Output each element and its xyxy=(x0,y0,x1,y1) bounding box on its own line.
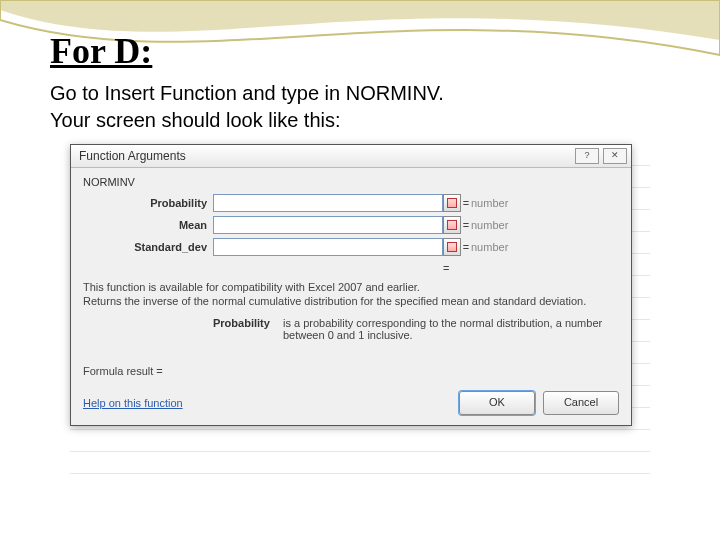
mean-ref-button[interactable] xyxy=(443,216,461,234)
function-name: NORMINV xyxy=(83,176,619,188)
equals-sign-3: = xyxy=(461,241,471,253)
probability-detail-text: is a probability corresponding to the no… xyxy=(283,317,619,341)
probability-hint: number xyxy=(471,197,591,209)
probability-label: Probability xyxy=(83,197,213,209)
intro-line-1: Go to Insert Function and type in NORMIN… xyxy=(50,82,444,104)
help-icon[interactable]: ? xyxy=(575,148,599,164)
stddev-hint: number xyxy=(471,241,591,253)
formula-result-label: Formula result = xyxy=(83,365,163,377)
equals-sign: = xyxy=(461,197,471,209)
result-equals: = xyxy=(443,262,619,274)
intro-line-2: Your screen should look like this: xyxy=(50,109,341,131)
close-icon[interactable]: ✕ xyxy=(603,148,627,164)
description-line-2: Returns the inverse of the normal cumula… xyxy=(83,295,586,307)
ok-button[interactable]: OK xyxy=(459,391,535,415)
function-description: This function is available for compatibi… xyxy=(83,280,619,309)
probability-detail-label: Probability xyxy=(213,317,283,341)
formula-result: Formula result = xyxy=(83,365,619,377)
probability-input[interactable] xyxy=(213,194,443,212)
dialog-title: Function Arguments xyxy=(79,149,186,163)
slide-intro: Go to Insert Function and type in NORMIN… xyxy=(50,80,670,134)
stddev-input[interactable] xyxy=(213,238,443,256)
stddev-ref-button[interactable] xyxy=(443,238,461,256)
slide-heading: For D: xyxy=(50,30,670,72)
equals-sign-2: = xyxy=(461,219,471,231)
probability-ref-button[interactable] xyxy=(443,194,461,212)
function-arguments-dialog: Function Arguments ? ✕ NORMINV Probabili… xyxy=(70,144,632,426)
mean-input[interactable] xyxy=(213,216,443,234)
cancel-button[interactable]: Cancel xyxy=(543,391,619,415)
mean-label: Mean xyxy=(83,219,213,231)
probability-detail: Probability is a probability correspondi… xyxy=(213,317,619,341)
description-line-1: This function is available for compatibi… xyxy=(83,281,420,293)
stddev-label: Standard_dev xyxy=(83,241,213,253)
mean-hint: number xyxy=(471,219,591,231)
dialog-titlebar[interactable]: Function Arguments ? ✕ xyxy=(71,145,631,168)
help-link[interactable]: Help on this function xyxy=(83,397,183,409)
